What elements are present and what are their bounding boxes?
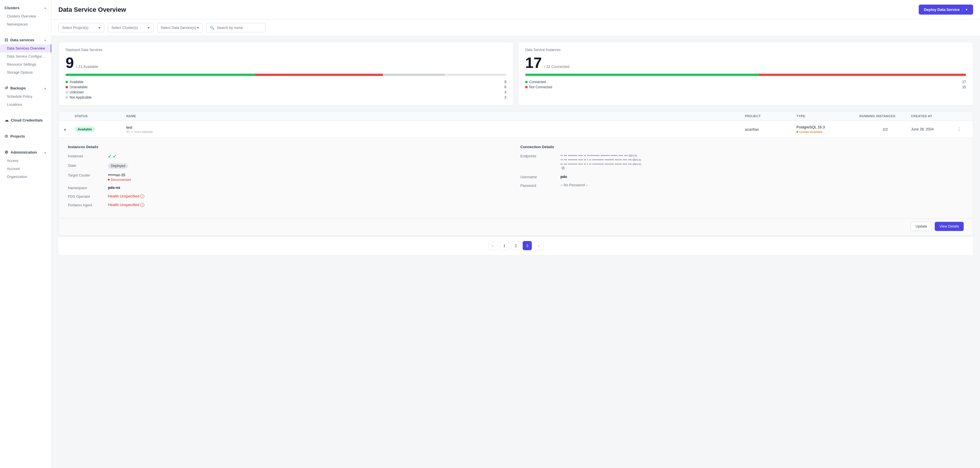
update-dot [796, 131, 798, 133]
row-name: test [126, 125, 745, 129]
sidebar-section-data-services: ⊡ Data services ▲ Data Services Overview… [0, 32, 51, 80]
target-cluster-label: Target Cluster [68, 173, 108, 177]
update-button[interactable]: Update [911, 222, 932, 231]
sidebar-item-account[interactable]: Account [0, 165, 51, 173]
row-created-at: June 28, 2024 [911, 127, 957, 131]
instances-count: 17 [525, 55, 542, 70]
endpoints-row: Endpoints •• ••• •••••••• •••• •• ••••••… [520, 153, 964, 171]
pagination-page-1[interactable]: 1 [500, 241, 509, 250]
check-icon-1: ✔ [108, 153, 112, 159]
instances-details-title: Instances Details [68, 145, 511, 149]
row-type-primary: PostgreSQL 16.3 [796, 125, 859, 129]
unavailable-dot [65, 86, 68, 88]
username-label: Username [520, 174, 560, 179]
legend-unavailable-count: 6 [501, 85, 506, 89]
project-filter[interactable]: Select Project(s) ▾ [59, 23, 104, 32]
portworx-agent-row: Portworx Agent Health Unspecified i [68, 203, 511, 207]
red-dot-icon [108, 179, 110, 180]
unknown-dot [65, 91, 68, 93]
row-more-button[interactable]: ⋮ [957, 127, 968, 132]
not-applicable-dot [65, 96, 68, 99]
data-service-filter[interactable]: Select Data Service(s) ▾ [157, 23, 203, 32]
pagination-next[interactable]: › [534, 241, 543, 250]
instances-progress-bar [525, 73, 966, 76]
sidebar-section-header-backups[interactable]: ↺ Backups ▲ [0, 83, 51, 93]
sidebar-administration-label: Administration [11, 150, 37, 155]
service-instances-card: Data Service Instances 17 / 32 Connected… [518, 42, 973, 105]
search-icon: 🔍 [210, 26, 215, 30]
sidebar-section-header-data-services[interactable]: ⊡ Data services ▲ [0, 35, 51, 45]
endpoint-3: •• ••• •••••••• •••• •• • •• •••••••••• … [560, 162, 964, 166]
deployed-legend: Available 9 Unavailable 6 Unknown 3 [65, 80, 506, 99]
connection-details-title: Connection Details [520, 145, 964, 149]
sidebar-item-clusters-overview[interactable]: Clusters Overview [0, 12, 51, 20]
project-filter-chevron: ▾ [99, 26, 100, 30]
deployed-count: 9 [65, 55, 74, 70]
search-input[interactable] [217, 26, 262, 30]
namespace-row: Namespace pds-ns [68, 185, 511, 190]
pagination-page-3[interactable]: 3 [523, 241, 532, 250]
instances-label: Instances [68, 153, 108, 158]
sidebar-item-locations[interactable]: Locations [0, 101, 51, 109]
pagination-prev[interactable]: ‹ [488, 241, 498, 250]
legend-unavailable: Unavailable 6 [65, 85, 506, 89]
deploy-data-service-button[interactable]: Deploy Data Service ▼ [919, 5, 973, 14]
data-services-table: STATUS NAME PROJECT TYPE RUNNING INSTANC… [59, 111, 973, 236]
sidebar-item-data-service-configurations[interactable]: Data Service Configurations [0, 53, 51, 61]
sidebar-item-resource-settings[interactable]: Resource Settings [0, 61, 51, 69]
sidebar-item-schedule-policy[interactable]: Schedule Policy [0, 93, 51, 101]
sidebar-item-access[interactable]: Access [0, 157, 51, 165]
th-project: PROJECT [745, 114, 796, 118]
sidebar-section-header-clusters[interactable]: Clusters ▲ [0, 3, 51, 12]
legend-connected-label: Connected [529, 80, 546, 84]
pds-operator-row: PDS Operator Health Unspecified i [68, 194, 511, 199]
admin-icon: ⚙ [5, 150, 8, 155]
portworx-agent-info-icon[interactable]: i [140, 203, 144, 207]
row-type-cell: PostgreSQL 16.3 Update Available [796, 125, 859, 134]
unavailable-segment [255, 73, 383, 76]
row-expand-chevron[interactable]: ▲ [63, 127, 75, 131]
page-title: Data Service Overview [59, 6, 126, 13]
connection-details-section: Connection Details Endpoints •• ••• ••••… [520, 145, 964, 211]
row-status: Available [75, 126, 126, 132]
cluster-cell: ••••••an-35 Disconnected [108, 173, 511, 181]
portworx-agent-value: Health Unspecified i [108, 203, 511, 207]
th-created-at: CREATED AT [911, 114, 957, 118]
row-project: azarifian [745, 127, 796, 131]
legend-not-connected-label: Not Connected [529, 85, 552, 89]
sidebar-projects-label: Projects [10, 134, 25, 139]
sidebar: Clusters ▲ Clusters Overview Namespaces … [0, 0, 51, 468]
cloud-icon: ☁ [5, 118, 9, 122]
instances-legend: Connected 17 Not Connected 15 [525, 80, 966, 89]
sidebar-section-header-projects[interactable]: ⊙ Projects [0, 131, 51, 141]
sidebar-item-namespaces[interactable]: Namespaces [0, 20, 51, 29]
sidebar-item-organization[interactable]: Organization [0, 173, 51, 181]
pds-operator-health: Health Unspecified i [108, 194, 511, 198]
state-value: Deployed [108, 163, 511, 169]
service-instances-label: Data Service Instances [525, 48, 966, 52]
instances-row: Instances ✔ ✔ [68, 153, 511, 159]
row-name-cell: test ID: •• •••••• eddv0w [126, 125, 745, 134]
legend-available: Available 9 [65, 80, 506, 84]
update-available-badge: Update Available [796, 130, 859, 134]
filters-bar: Select Project(s) ▾ Select Cluster(s) ▾ … [51, 19, 980, 36]
sidebar-item-data-services-overview[interactable]: Data Services Overview [0, 45, 51, 53]
search-box[interactable]: 🔍 [206, 23, 266, 32]
copy-endpoints-icon[interactable]: ⧉ [562, 166, 565, 170]
sidebar-section-header-cloud-credentials[interactable]: ☁ Cloud Credentials [0, 115, 51, 125]
th-status: STATUS [75, 114, 126, 118]
instances-details-section: Instances Details Instances ✔ ✔ State De… [68, 145, 511, 211]
legend-not-applicable: Not Applicable 3 [65, 96, 506, 99]
sidebar-item-storage-options[interactable]: Storage Options [0, 69, 51, 77]
instances-count-row: 17 / 32 Connected [525, 55, 966, 70]
deploy-button-label: Deploy Data Service [924, 8, 960, 12]
th-type: TYPE [796, 114, 859, 118]
view-details-button[interactable]: View Details [935, 222, 964, 231]
cluster-filter[interactable]: Select Cluster(s) ▾ [108, 23, 153, 32]
pds-operator-label: PDS Operator [68, 194, 108, 199]
th-expand [63, 114, 75, 118]
pagination-page-2[interactable]: 2 [511, 241, 520, 250]
sidebar-section-header-administration[interactable]: ⚙ Administration ▲ [0, 148, 51, 157]
target-cluster-value: ••••••an-35 Disconnected [108, 173, 511, 181]
pds-operator-info-icon[interactable]: i [140, 194, 144, 198]
